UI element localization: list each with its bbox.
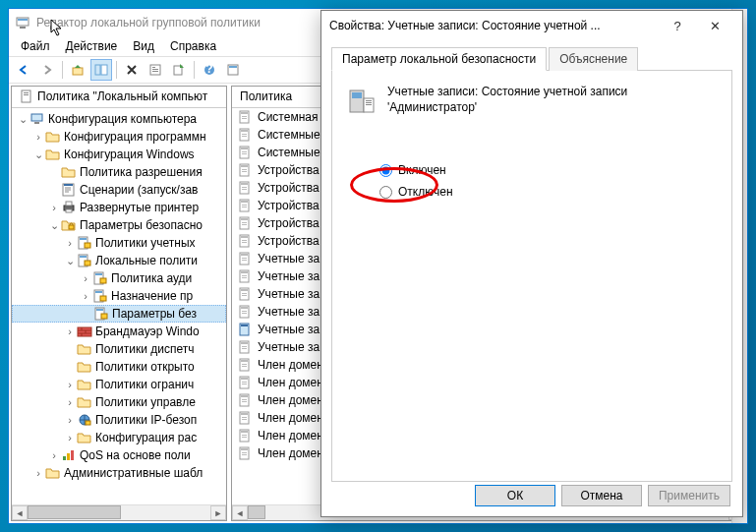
folder-icon — [77, 341, 92, 357]
svg-rect-80 — [242, 258, 247, 259]
tree-item[interactable]: ›Конфигурация программн — [12, 128, 226, 146]
list-item-label: Учетные за — [258, 252, 320, 266]
tree-item[interactable]: ⌄Локальные полити — [12, 252, 226, 269]
radio-disabled[interactable] — [379, 186, 392, 199]
apply-button[interactable]: Применить — [648, 485, 730, 506]
tree-item[interactable]: ›Развернутые принтер — [12, 199, 226, 216]
export-button[interactable] — [168, 59, 190, 81]
expand-icon[interactable]: › — [63, 325, 77, 337]
refresh-button[interactable] — [222, 59, 244, 81]
tree-item-label: Брандмауэр Windo — [95, 325, 200, 338]
list-item-label: Устройства — [258, 181, 320, 195]
policy-item-icon — [238, 198, 254, 213]
scroll-left-button[interactable]: ◄ — [12, 505, 28, 520]
svg-rect-43 — [63, 456, 66, 460]
list-item-label: Член домен — [258, 376, 323, 389]
svg-rect-123 — [242, 454, 247, 455]
tree-item[interactable]: Политики диспетч — [12, 340, 226, 358]
properties-button[interactable] — [145, 59, 166, 81]
tree-item[interactable]: ›Политики учетных — [12, 234, 226, 252]
expand-icon[interactable]: › — [31, 467, 45, 479]
back-button[interactable] — [13, 59, 34, 81]
list-item-label: Учетные за — [258, 287, 320, 301]
tab-local-security[interactable]: Параметр локальной безопасности — [331, 47, 547, 71]
tree-item[interactable]: ›Брандмауэр Windo — [12, 323, 226, 340]
svg-rect-97 — [241, 342, 248, 344]
svg-rect-106 — [242, 382, 247, 383]
tree-item[interactable]: ›Назначение пр — [12, 287, 226, 305]
tree-item[interactable]: ⌄Конфигурация Windows — [12, 146, 226, 163]
svg-rect-33 — [100, 278, 106, 283]
svg-rect-72 — [242, 222, 247, 223]
svg-rect-48 — [242, 116, 247, 117]
svg-rect-52 — [242, 134, 247, 135]
tree-item[interactable]: ›Политика ауди — [12, 269, 226, 287]
tree-item[interactable]: Сценарии (запуск/зав — [12, 181, 226, 199]
close-button[interactable]: ✕ — [695, 19, 734, 33]
expand-icon[interactable]: › — [47, 202, 61, 213]
cancel-button[interactable]: Отмена — [561, 485, 642, 506]
forward-button[interactable] — [36, 59, 58, 81]
svg-rect-87 — [241, 289, 248, 291]
tree-item-label: Политика ауди — [111, 271, 192, 285]
svg-rect-85 — [242, 277, 247, 278]
menu-help[interactable]: Справка — [164, 37, 222, 55]
tree-item[interactable]: ⌄Конфигурация компьютера — [12, 110, 226, 128]
svg-rect-75 — [241, 236, 248, 238]
show-tree-button[interactable] — [90, 59, 112, 81]
security-icon — [61, 217, 77, 233]
tab-explanation[interactable]: Объяснение — [549, 47, 638, 71]
ipsec-icon — [77, 412, 92, 428]
up-button[interactable] — [67, 59, 88, 81]
dialog-titlebar[interactable]: Свойства: Учетные записи: Состояние учет… — [321, 11, 742, 40]
scroll-right-button[interactable]: ► — [210, 505, 226, 520]
tree-item[interactable]: Политики открыто — [12, 358, 226, 376]
expand-icon[interactable]: › — [63, 237, 77, 249]
collapse-icon[interactable]: ⌄ — [63, 255, 77, 267]
folder-icon — [45, 129, 61, 145]
tree[interactable]: ⌄Конфигурация компьютера›Конфигурация пр… — [12, 108, 226, 484]
policy-icon — [93, 306, 109, 322]
svg-rect-40 — [78, 327, 91, 336]
ok-button[interactable]: ОК — [475, 485, 555, 506]
svg-rect-57 — [242, 153, 247, 154]
expand-icon[interactable]: › — [63, 379, 77, 390]
svg-rect-53 — [242, 136, 247, 137]
tree-item[interactable]: ⌄Параметры безопасно — [12, 216, 226, 234]
tree-item[interactable]: ›Конфигурация рас — [12, 429, 226, 446]
list-item-label: Член домен — [258, 411, 323, 425]
tree-root-label[interactable]: Политика "Локальный компьют — [12, 87, 226, 108]
menu-view[interactable]: Вид — [127, 37, 160, 55]
tree-item[interactable]: ›QoS на основе поли — [12, 446, 226, 464]
tree-item[interactable]: Политика разрешения — [12, 163, 226, 181]
radio-enabled[interactable] — [379, 164, 392, 177]
tree-hscroll[interactable]: ◄ ► — [12, 504, 226, 520]
expand-icon[interactable]: › — [63, 396, 77, 408]
expand-icon[interactable]: › — [63, 414, 77, 426]
folder-icon — [45, 147, 61, 162]
menu-file[interactable]: Файл — [15, 37, 56, 55]
expand-icon[interactable]: › — [79, 272, 92, 284]
radio-enabled-label[interactable]: Включен — [398, 163, 446, 177]
svg-rect-16 — [24, 92, 29, 93]
svg-rect-88 — [242, 293, 247, 294]
expand-icon[interactable]: › — [63, 432, 77, 443]
expand-icon[interactable]: › — [47, 449, 61, 461]
help-button[interactable]: ? — [199, 59, 220, 81]
collapse-icon[interactable]: ⌄ — [31, 148, 45, 161]
tree-item[interactable]: ›Политики IP-безоп — [12, 411, 226, 429]
tree-item[interactable]: ›Политики огранич — [12, 376, 226, 393]
collapse-icon[interactable]: ⌄ — [47, 219, 61, 232]
radio-disabled-label[interactable]: Отключен — [398, 185, 453, 199]
tree-item[interactable]: Параметры без — [12, 305, 226, 323]
expand-icon[interactable]: › — [79, 290, 92, 302]
menu-action[interactable]: Действие — [60, 37, 124, 55]
tree-item[interactable]: ›Административные шабл — [12, 464, 226, 482]
help-button[interactable]: ? — [660, 19, 695, 33]
scroll-left-button[interactable]: ◄ — [232, 505, 248, 520]
delete-button[interactable] — [121, 59, 143, 81]
tree-item-label: Параметры без — [112, 307, 197, 321]
expand-icon[interactable]: › — [31, 131, 45, 143]
tree-item[interactable]: ›Политики управле — [12, 393, 226, 411]
collapse-icon[interactable]: ⌄ — [16, 113, 29, 126]
